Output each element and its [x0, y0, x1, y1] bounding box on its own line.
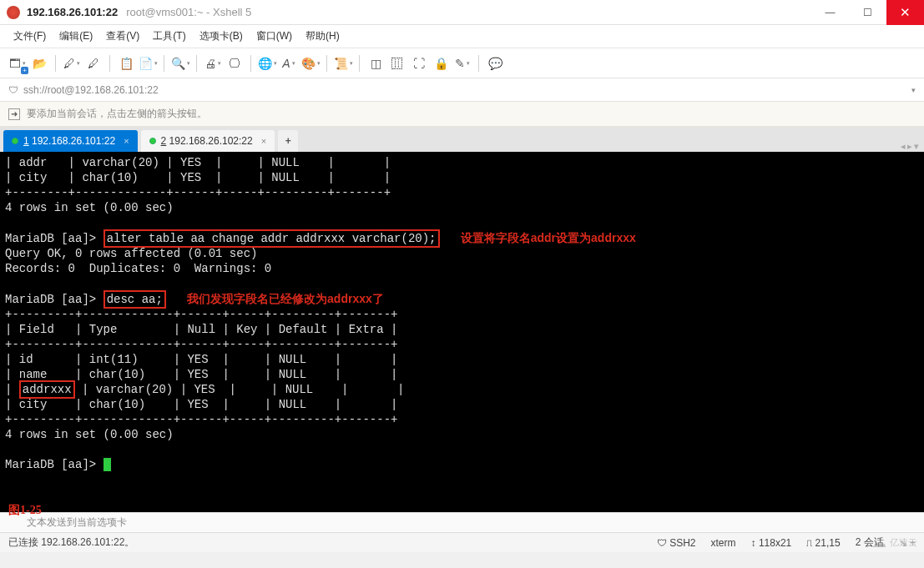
colors-icon[interactable]: 🎨▾ — [301, 54, 320, 73]
separator — [359, 55, 360, 72]
menu-tools[interactable]: 工具(T) — [153, 29, 185, 43]
print-icon[interactable]: 🖨▾ — [204, 54, 222, 73]
tab-session-2[interactable]: 2 192.168.26.102:22 × — [141, 130, 275, 152]
tip-bar: ➜ 要添加当前会话，点击左侧的箭头按钮。 — [0, 102, 924, 127]
find-icon[interactable]: 🔍▾ — [171, 54, 189, 73]
open-icon[interactable]: 📂 — [30, 54, 48, 73]
globe-icon[interactable]: 🌐▾ — [258, 54, 276, 73]
address-dropdown-icon[interactable]: ▾ — [911, 86, 916, 94]
paste-icon[interactable]: 📄▾ — [139, 54, 157, 73]
lock-icon[interactable]: 🔒 — [432, 54, 450, 73]
fullscreen-icon[interactable]: ⛶ — [410, 54, 428, 73]
menu-view[interactable]: 查看(V) — [106, 29, 139, 43]
status-size: ↕ 118x21 — [751, 537, 792, 549]
script-icon[interactable]: 📜▾ — [334, 54, 352, 73]
menubar: 文件(F) 编辑(E) 查看(V) 工具(T) 选项卡(B) 窗口(W) 帮助(… — [0, 25, 924, 48]
annotation-1: 设置将字段名addr设置为addrxxx — [461, 231, 636, 244]
separator — [55, 55, 56, 72]
chat-icon[interactable]: 💬 — [486, 54, 504, 73]
separator — [109, 55, 110, 72]
tab-session-1[interactable]: 1 192.168.26.101:22 × — [3, 130, 138, 152]
maximize-button[interactable]: ☐ — [849, 0, 886, 25]
highlight-command-2: desc aa; — [104, 290, 166, 309]
new-session-icon[interactable]: 🗔+▾ — [8, 54, 27, 73]
add-session-arrow-icon[interactable]: ➜ — [8, 108, 20, 120]
tabs-row: 1 192.168.26.101:22 × 2 192.168.26.102:2… — [0, 127, 924, 152]
highlight-command-1: alter table aa change addr addrxxx varch… — [104, 229, 440, 248]
tab-add-button[interactable]: + — [278, 130, 298, 152]
separator — [164, 55, 164, 72]
close-button[interactable]: ✕ — [886, 0, 924, 25]
font-icon[interactable]: A▾ — [280, 54, 298, 73]
status-dot-icon — [149, 138, 156, 144]
status-ssh: 🛡 SSH2 — [657, 537, 696, 549]
menu-window[interactable]: 窗口(W) — [256, 29, 292, 43]
titlebar: 192.168.26.101:22 root@vms001:~ - Xshell… — [0, 0, 924, 25]
menu-help[interactable]: 帮助(H) — [305, 29, 340, 43]
separator — [250, 55, 251, 72]
window-title-sub: root@vms001:~ - Xshell 5 — [126, 6, 251, 18]
window-title-ip: 192.168.26.101:22 — [27, 6, 118, 18]
status-term: xterm — [711, 537, 736, 549]
cloud-icon: ☁ — [871, 533, 886, 551]
copy-icon[interactable]: 📋 — [117, 54, 135, 73]
tab-close-icon[interactable]: × — [261, 136, 266, 146]
tip-text: 要添加当前会话，点击左侧的箭头按钮。 — [27, 107, 207, 121]
compose-bar[interactable]: 图1-25 文本发送到当前选项卡 — [0, 512, 924, 532]
annotation-2: 我们发现字段名已经修改为addrxxx了 — [187, 292, 384, 305]
watermark: ☁ 亿速云 — [871, 533, 917, 551]
status-dot-icon — [12, 138, 18, 144]
separator — [196, 55, 197, 72]
status-pos: ⎍ 21,15 — [806, 537, 840, 549]
shield-icon: 🛡 — [8, 84, 18, 96]
watermark-text: 亿速云 — [890, 536, 917, 549]
toolbar: 🗔+▾ 📂 🖊▾ 🖊 📋 📄▾ 🔍▾ 🖨▾ 🖵 🌐▾ A▾ 🎨▾ 📜▾ ◫ ⿲ … — [0, 48, 924, 78]
reconnect-icon[interactable]: 🖊▾ — [63, 54, 81, 73]
terminal-output[interactable]: | addr | varchar(20) | YES | | NULL | | … — [0, 152, 924, 512]
minimize-button[interactable]: — — [811, 0, 849, 25]
properties-icon[interactable]: 🖵 — [225, 54, 244, 73]
separator — [326, 55, 327, 72]
menu-file[interactable]: 文件(F) — [13, 29, 46, 43]
address-input[interactable]: ssh://root@192.168.26.101:22 — [23, 84, 911, 96]
layout2-icon[interactable]: ⿲ — [388, 54, 406, 73]
address-bar: 🛡 ssh://root@192.168.26.101:22 ▾ — [0, 78, 924, 102]
tab-label: 2 192.168.26.102:22 — [161, 135, 253, 147]
figure-label: 图1-25 — [8, 503, 42, 518]
tab-nav: ◂ ▸ ▾ — [901, 141, 924, 152]
highlight-icon[interactable]: ✎▾ — [453, 54, 472, 73]
tab-nav-left-icon[interactable]: ◂ — [901, 141, 906, 152]
menu-tabs[interactable]: 选项卡(B) — [199, 29, 243, 43]
tab-nav-right-icon[interactable]: ▸ — [907, 141, 912, 152]
tab-nav-dropdown-icon[interactable]: ▾ — [914, 141, 919, 152]
status-connected: 已连接 192.168.26.101:22。 — [8, 535, 134, 550]
status-bar: 已连接 192.168.26.101:22。 🛡 SSH2 xterm ↕ 11… — [0, 532, 924, 552]
disconnect-icon[interactable]: 🖊 — [84, 54, 103, 73]
separator — [478, 55, 479, 72]
highlight-field: addrxxx — [19, 380, 75, 399]
app-logo-icon — [7, 6, 20, 19]
tab-label: 1 192.168.26.101:22 — [23, 135, 115, 147]
layout1-icon[interactable]: ◫ — [366, 54, 385, 73]
tab-close-icon[interactable]: × — [124, 136, 129, 146]
compose-hint: 文本发送到当前选项卡 — [27, 515, 127, 530]
menu-edit[interactable]: 编辑(E) — [59, 29, 93, 43]
terminal-cursor — [104, 458, 111, 471]
